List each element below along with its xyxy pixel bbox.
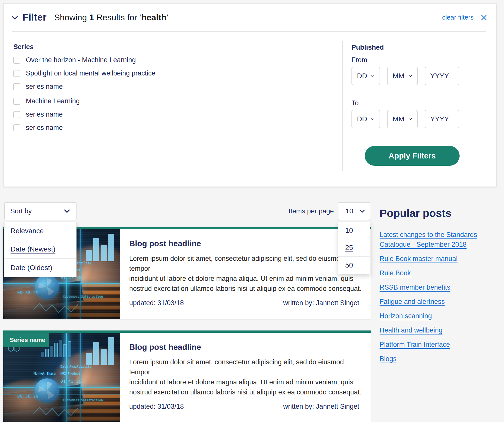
sort-by-dropdown[interactable]: Sort by [4,202,77,220]
close-icon[interactable] [480,14,488,21]
popular-posts-list: Latest changes to the Standards Catalogu… [380,230,497,364]
chevron-down-icon [371,116,375,122]
updated-date: updated: 31/03/18 [129,299,184,307]
sort-option-date-oldest[interactable]: Date (Oldest) [5,259,76,277]
series-option-label: series name [26,83,63,91]
series-name-badge: Series name [3,333,49,347]
blog-post-excerpt: Lorem ipsum dolor sit amet, consectetur … [129,357,363,397]
series-checkbox-row[interactable]: series name [13,124,63,132]
sort-option-relevance[interactable]: Relevance [5,222,76,240]
hand-photo-left [3,380,63,422]
checkbox-icon[interactable] [13,98,20,105]
chevron-down-icon [359,208,365,214]
popular-post-item: RSSB member benefits [380,283,497,292]
from-label: From [351,56,367,64]
thumbnail-caption: Customers Satisfaction [63,398,103,402]
popular-post-link[interactable]: RSSB member benefits [380,284,450,291]
globe-graphic [35,378,59,402]
results-count: 1 [89,13,94,22]
blog-post-headline: Blog post headline [129,343,201,352]
items-per-page-dropdown[interactable]: 10 [338,202,370,220]
blog-post-card[interactable]: ⬡⬡⬡ ⬡⬡ Data Availability KPI Product 01:… [3,330,371,422]
glow-grid-line [3,394,120,395]
thumbnail-caption: Customers Satisfaction [63,295,103,298]
from-year-select[interactable]: YYYY [425,67,459,85]
checkbox-icon[interactable] [13,70,20,77]
popular-post-link[interactable]: Health and wellbeing [380,326,443,334]
checkbox-icon[interactable] [13,111,20,118]
published-heading: Published [351,44,384,51]
hand-photo-left [3,276,63,319]
popular-post-item: Rule Book [380,268,497,278]
from-month-select[interactable]: MM [387,67,418,85]
items-per-page-label: Items per page: [253,202,336,220]
series-checkbox-row[interactable]: series name [13,83,63,91]
to-year-select[interactable]: YYYY [425,110,459,128]
to-month-select[interactable]: MM [387,110,418,128]
line-chart-graphic [33,403,79,418]
clear-filters-link[interactable]: clear filters [442,14,474,21]
popular-post-link[interactable]: Rule Book master manual [380,255,458,263]
blog-post-excerpt: Lorem ipsum dolor sit amet, consectetur … [129,254,363,294]
thumbnail-caption: KPI Product [60,372,80,375]
series-option-label: series name [26,111,63,118]
popular-post-link[interactable]: Horizon scanning [380,312,432,320]
chevron-down-icon [408,73,412,79]
series-checkbox-row[interactable]: Spotlight on local mental wellbeing prac… [13,69,155,77]
popular-post-item: Health and wellbeing [380,325,497,335]
search-results-page: Filter Showing 1 Results for ‘health' cl… [0,0,504,422]
thumbnail-caption: 00:38:29 [17,290,39,295]
popular-post-link[interactable]: Fatigue and alertness [380,298,445,305]
chevron-down-icon [63,208,70,215]
sort-by-label: Sort by [10,207,32,215]
checkbox-icon[interactable] [13,57,20,64]
popular-post-link[interactable]: Platform Train Interface [380,341,450,348]
to-day-select[interactable]: DD [351,110,380,128]
items-per-page-option-50[interactable]: 50 [338,257,370,274]
glow-grid-line [80,229,81,319]
thumbnail-caption: Data Availability [60,365,91,368]
orange-data-stripes [66,283,120,319]
pointing-finger-photo [69,363,96,401]
divider [12,31,486,32]
series-checkbox-row[interactable]: series name [13,111,63,118]
to-label: To [351,99,359,107]
popular-post-link[interactable]: Blogs [380,355,397,363]
hand-photo-right [43,339,120,422]
popular-post-link[interactable]: Latest changes to the Standards Catalogu… [380,231,477,248]
sort-option-date-newest[interactable]: Date (Newest) [5,240,76,259]
series-option-label: series name [26,124,63,132]
chevron-down-icon[interactable] [11,13,19,22]
glow-grid-line [3,283,120,284]
written-by: written by: Jannett Singet [283,299,359,307]
glow-grid-line [3,291,120,291]
date-from-row: DD MM YYYY [351,67,459,85]
orange-data-stripes [66,387,120,422]
series-checkbox-row[interactable]: Over the horizon - Machine Learning [13,56,136,64]
glow-grid-line [3,387,120,388]
checkbox-icon[interactable] [13,124,20,131]
card-accent-bar [3,330,371,333]
bar-chart-graphic [86,337,114,365]
checkbox-icon[interactable] [13,83,20,90]
popular-posts-heading: Popular posts [380,207,497,219]
items-per-page-option-10[interactable]: 10 [338,222,370,239]
series-checkbox-row[interactable]: Machine Learning [13,97,80,105]
chevron-down-icon [453,116,454,122]
apply-filters-button[interactable]: Apply Filters [365,146,460,166]
blog-post-headline: Blog post headline [129,239,201,248]
series-option-label: Spotlight on local mental wellbeing prac… [26,69,155,77]
results-summary: Showing 1 Results for ‘health' [54,13,168,22]
from-day-select[interactable]: DD [351,67,380,85]
filter-title: Filter [23,12,47,23]
chevron-down-icon [371,73,375,79]
glow-grid-line [80,333,81,422]
tablet-photo [3,281,84,311]
chevron-down-icon [453,73,454,79]
thumbnail-caption: Market Share [34,372,56,375]
sort-options-menu: Relevance Date (Newest) Date (Oldest) [4,222,77,277]
popular-post-item: Platform Train Interface [380,340,497,350]
popular-post-link[interactable]: Rule Book [380,269,411,277]
popular-post-item: Latest changes to the Standards Catalogu… [380,230,497,249]
items-per-page-option-25[interactable]: 25 [338,239,370,257]
